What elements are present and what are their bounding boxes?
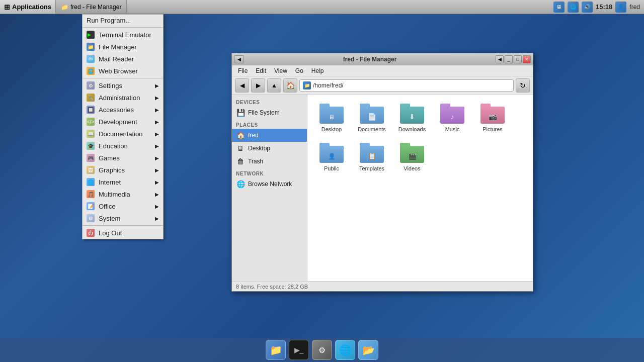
folder-videos[interactable]: 🎬 Videos: [394, 140, 430, 175]
fm-location-path: /home/fred/: [313, 82, 344, 89]
folder-videos-overlay: 🎬: [408, 152, 417, 160]
multimedia-icon: 🎵: [87, 190, 95, 198]
fm-window-controls: ◀ _ □ ✕: [496, 55, 531, 63]
folder-desktop[interactable]: 🖥 Desktop: [313, 101, 350, 136]
fm-maximize-btn[interactable]: □: [514, 55, 522, 63]
development-icon: </>: [87, 118, 95, 126]
fm-back-button[interactable]: ◀: [235, 78, 249, 93]
system-arrow: ▶: [155, 216, 159, 221]
fm-menu-edit[interactable]: Edit: [253, 66, 269, 75]
menu-item-mailreader[interactable]: ✉ Mail Reader: [83, 53, 163, 65]
administration-icon: 🔧: [87, 94, 95, 102]
fm-close-btn[interactable]: ✕: [523, 55, 531, 63]
fred-home-icon: 🏠: [236, 131, 245, 140]
tb-folder-icon[interactable]: 📂: [358, 340, 378, 360]
folder-pictures[interactable]: 📷 Pictures: [474, 101, 511, 136]
folder-music[interactable]: ♪ Music: [434, 101, 470, 136]
settings-label: Settings: [99, 82, 122, 89]
menu-item-office[interactable]: 📝 Office ▶: [83, 200, 163, 212]
webbrowser-icon: 🌐: [87, 67, 95, 75]
folder-templates[interactable]: 📋 Templates: [354, 140, 390, 175]
fm-forward-button[interactable]: ▶: [251, 78, 265, 93]
menu-item-graphics[interactable]: 🖼 Graphics ▶: [83, 164, 163, 176]
menu-item-filemanager[interactable]: 📁 File Manager: [83, 41, 163, 53]
terminal-label: Terminal Emulator: [99, 31, 151, 39]
games-icon: 🎮: [87, 154, 95, 162]
fm-up-button[interactable]: ▲: [267, 78, 281, 93]
menu-item-education[interactable]: 🎓 Education ▶: [83, 140, 163, 152]
fm-reload-button[interactable]: ↻: [516, 78, 530, 93]
fm-menu-view[interactable]: View: [271, 66, 290, 75]
menu-item-settings[interactable]: ⚙ Settings ▶: [83, 79, 163, 92]
fm-minimize-btn[interactable]: _: [505, 55, 513, 63]
fm-sidebar-desktop[interactable]: 🖥 Desktop: [232, 142, 307, 155]
apps-icon: ⊞: [4, 3, 10, 11]
accessories-icon: 🔲: [87, 106, 95, 114]
folder-videos-label: Videos: [404, 165, 420, 172]
browse-network-label: Browse Network: [248, 180, 292, 188]
menu-separator-2: [83, 78, 163, 78]
trash-icon: 🗑: [236, 157, 245, 166]
fm-devices-label: DEVICES: [232, 97, 307, 106]
menu-item-internet[interactable]: 🌐 Internet ▶: [83, 176, 163, 188]
fm-content: 🖥 Desktop 📄 Documents ⬇: [307, 95, 533, 281]
top-taskbar: ⊞ Applications 📁 fred - File Manager 🖥 🌐…: [0, 0, 644, 14]
folder-templates-overlay: 📋: [368, 152, 376, 160]
folder-documents[interactable]: 📄 Documents: [354, 101, 390, 136]
taskbar-tray-icon: 🖥: [553, 2, 565, 13]
menu-item-multimedia[interactable]: 🎵 Multimedia ▶: [83, 188, 163, 200]
mailreader-label: Mail Reader: [99, 55, 134, 63]
desktop-sidebar-label: Desktop: [248, 145, 270, 152]
folder-pictures-label: Pictures: [482, 126, 503, 133]
fm-sidebar-network[interactable]: 🌐 Browse Network: [232, 177, 307, 191]
fm-sidebar-filesystem[interactable]: 💾 File System: [232, 106, 307, 119]
fm-prev-btn[interactable]: ◀: [496, 55, 504, 63]
menu-item-webbrowser[interactable]: 🌐 Web Browser: [83, 65, 163, 77]
development-arrow: ▶: [155, 119, 159, 125]
menu-item-logout[interactable]: ⏻ Log Out: [83, 227, 163, 239]
folder-downloads-overlay: ⬇: [409, 113, 415, 121]
menu-item-documentation[interactable]: 📖 Documentation ▶: [83, 128, 163, 140]
trash-label: Trash: [248, 158, 263, 165]
fm-home-button[interactable]: 🏠: [283, 78, 297, 93]
folder-documents-icon: 📄: [360, 104, 384, 124]
fm-sidebar-trash[interactable]: 🗑 Trash: [232, 155, 307, 168]
fm-location-bar[interactable]: 📁 /home/fred/: [299, 79, 514, 92]
menu-separator-3: [83, 225, 163, 226]
applications-menu-button[interactable]: ⊞ Applications: [0, 0, 56, 14]
menu-item-administration[interactable]: 🔧 Administration ▶: [83, 92, 163, 104]
fm-menu-go[interactable]: Go: [292, 66, 306, 75]
games-label: Games: [99, 154, 120, 162]
menu-item-system[interactable]: 🖥 System ▶: [83, 212, 163, 224]
tb-web-icon[interactable]: 🌐: [335, 340, 355, 360]
folder-downloads[interactable]: ⬇ Downloads: [394, 101, 430, 136]
taskbar-right: 🖥 🌐 🔊 15:18 👤 fred: [553, 2, 644, 13]
education-label: Education: [99, 142, 128, 150]
file-manager-window: ◀ fred - File Manager ◀ _ □ ✕ File Edit …: [231, 53, 533, 292]
menu-item-terminal[interactable]: ▶_ Terminal Emulator: [83, 29, 163, 41]
documentation-label: Documentation: [99, 130, 142, 138]
fm-back-nav[interactable]: ◀: [234, 55, 244, 63]
folder-public[interactable]: 👤 Public: [313, 140, 350, 175]
internet-arrow: ▶: [155, 179, 159, 185]
documentation-arrow: ▶: [155, 131, 159, 137]
accessories-arrow: ▶: [155, 107, 159, 113]
window-title: fred - File Manager: [70, 4, 121, 11]
tb-terminal-icon[interactable]: ▶_: [289, 340, 309, 360]
fm-menu-file[interactable]: File: [235, 66, 251, 75]
fm-sidebar-fred[interactable]: 🏠 fred: [232, 129, 307, 142]
filemanager-label: File Manager: [99, 43, 137, 51]
fm-body: DEVICES 💾 File System PLACES 🏠 fred 🖥 De…: [232, 95, 533, 281]
tb-system-icon[interactable]: ⚙: [312, 340, 332, 360]
run-program-item[interactable]: Run Program...: [83, 15, 163, 26]
menu-item-development[interactable]: </> Development ▶: [83, 116, 163, 128]
folder-public-label: Public: [324, 165, 339, 172]
menu-item-accessories[interactable]: 🔲 Accessories ▶: [83, 104, 163, 116]
terminal-icon: ▶_: [87, 31, 95, 39]
tb-files-icon[interactable]: 📁: [266, 340, 286, 360]
window-taskbar-button[interactable]: 📁 fred - File Manager: [56, 0, 127, 14]
menu-item-games[interactable]: 🎮 Games ▶: [83, 152, 163, 164]
education-arrow: ▶: [155, 143, 159, 149]
education-icon: 🎓: [87, 142, 95, 150]
fm-menu-help[interactable]: Help: [308, 66, 327, 75]
